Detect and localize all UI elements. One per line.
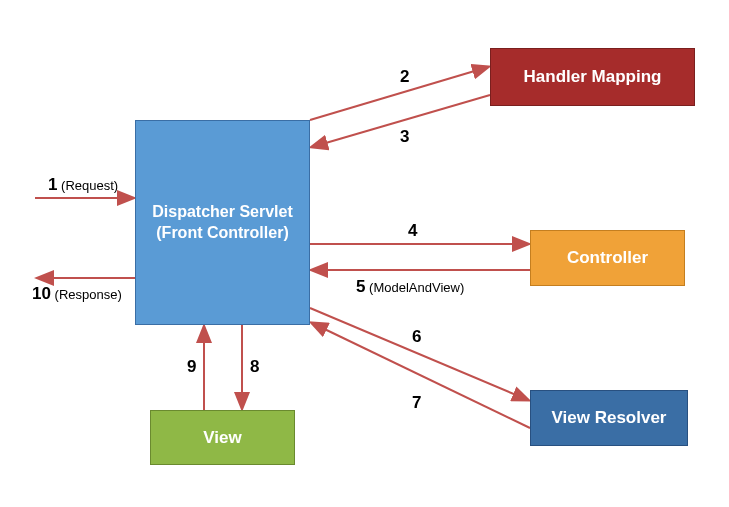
label-7: 7	[412, 394, 421, 411]
view-resolver-box: View Resolver	[530, 390, 688, 446]
label-4: 4	[408, 222, 417, 239]
handler-mapping-box: Handler Mapping	[490, 48, 695, 106]
dispatcher-servlet-box: Dispatcher Servlet(Front Controller)	[135, 120, 310, 325]
label-2: 2	[400, 68, 409, 85]
label-9: 9	[187, 358, 196, 375]
view-box: View	[150, 410, 295, 465]
arrow-6	[310, 308, 528, 400]
label-3: 3	[400, 128, 409, 145]
label-10: 10 (Response)	[32, 285, 122, 302]
controller-box: Controller	[530, 230, 685, 286]
view-resolver-label: View Resolver	[552, 408, 667, 428]
diagram-canvas: Dispatcher Servlet(Front Controller) Han…	[0, 0, 729, 507]
arrow-2	[310, 67, 488, 120]
label-8: 8	[250, 358, 259, 375]
view-label: View	[203, 428, 241, 448]
controller-label: Controller	[567, 248, 648, 268]
dispatcher-label: Dispatcher Servlet(Front Controller)	[152, 202, 293, 244]
label-1: 1 (Request)	[48, 176, 118, 193]
handler-mapping-label: Handler Mapping	[524, 67, 662, 87]
label-6: 6	[412, 328, 421, 345]
label-5: 5 (ModelAndView)	[356, 278, 464, 295]
